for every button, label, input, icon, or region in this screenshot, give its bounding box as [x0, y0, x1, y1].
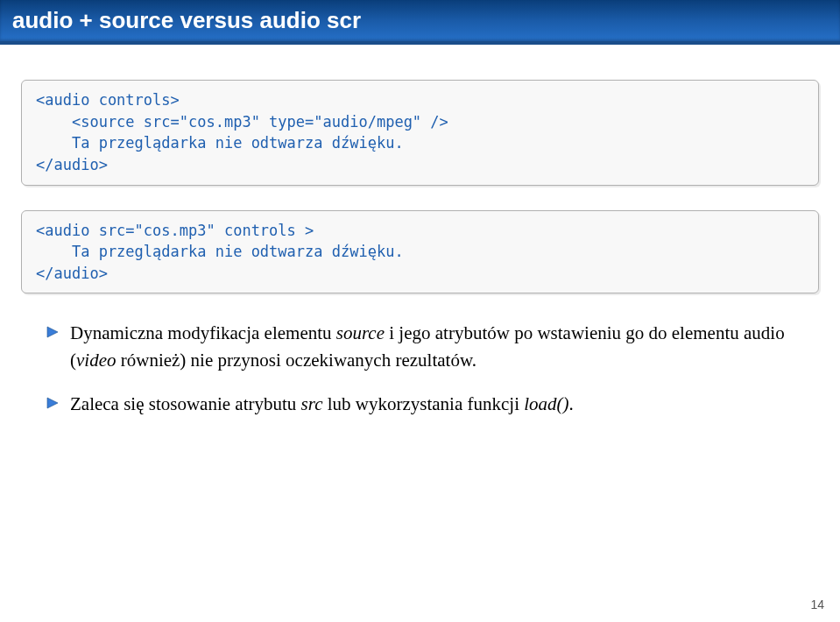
text-part: .	[569, 393, 574, 414]
slide-content: <audio controls> <source src="cos.mp3" t…	[0, 45, 840, 453]
code-line: Ta przeglądarka nie odtwarza dźwięku.	[36, 243, 404, 260]
italic-text: video	[76, 350, 116, 371]
slide-header: audio + source versus audio scr	[0, 0, 840, 45]
code-block-2: <audio src="cos.mp3" controls > Ta przeg…	[21, 210, 819, 294]
text-part: Zaleca się stosowanie atrybutu	[70, 393, 301, 414]
italic-text: load()	[524, 393, 568, 414]
code-block-1: <audio controls> <source src="cos.mp3" t…	[21, 80, 819, 186]
italic-text: src	[301, 393, 323, 414]
bullet-text: Dynamiczna modyfikacja elementu source i…	[70, 320, 819, 373]
code-line: <audio src="cos.mp3" controls >	[36, 222, 314, 239]
code-line: <audio controls>	[36, 91, 180, 109]
italic-text: source	[336, 322, 385, 343]
page-number: 14	[810, 597, 824, 611]
svg-marker-0	[47, 327, 58, 337]
bullet-list: Dynamiczna modyfikacja elementu source i…	[21, 320, 819, 417]
text-part: Dynamiczna modyfikacja elementu	[70, 322, 336, 343]
bullet-item-2: Zaleca się stosowanie atrybutu src lub w…	[46, 391, 819, 417]
code-line: <source src="cos.mp3" type="audio/mpeg" …	[36, 113, 448, 131]
triangle-bullet-icon	[46, 325, 60, 339]
slide-title: audio + source versus audio scr	[12, 7, 828, 34]
code-line: </audio>	[36, 156, 108, 173]
code-line: </audio>	[36, 265, 108, 282]
bullet-item-1: Dynamiczna modyfikacja elementu source i…	[46, 320, 819, 373]
text-part: również) nie przynosi oczekiwanych rezul…	[116, 350, 476, 371]
bullet-text: Zaleca się stosowanie atrybutu src lub w…	[70, 391, 819, 417]
triangle-bullet-icon	[46, 396, 60, 410]
svg-marker-1	[47, 398, 58, 408]
code-line: Ta przeglądarka nie odtwarza dźwięku.	[36, 134, 404, 152]
text-part: lub wykorzystania funkcji	[322, 393, 524, 414]
